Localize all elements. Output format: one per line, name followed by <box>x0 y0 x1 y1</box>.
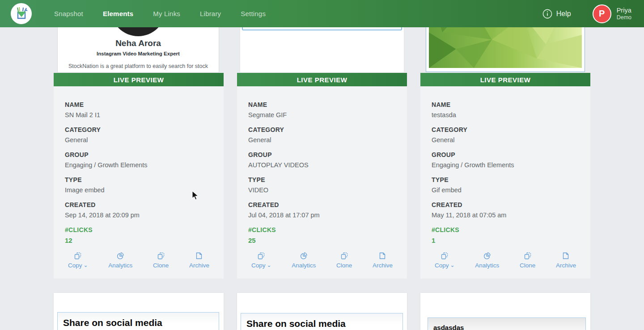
analytics-button[interactable]: Analytics <box>475 252 499 269</box>
share-embed-box: Share on social media <box>241 313 403 330</box>
element-meta: NAMESegmate GIF CATEGORYGeneral GROUPAUT… <box>237 86 407 279</box>
name-value: SN Mail 2 I1 <box>65 111 212 118</box>
live-preview-button[interactable]: LIVE PREVIEW <box>54 73 224 86</box>
clone-label: Clone <box>153 262 169 269</box>
user-menu[interactable]: Priya Demo <box>617 6 631 21</box>
share-embed-box: asdasdas <box>428 317 586 330</box>
category-value: General <box>65 136 212 144</box>
pie-chart-icon <box>117 252 124 259</box>
clicks-label: #CLICKS <box>248 226 396 233</box>
element-card: Share on social media <box>54 293 224 330</box>
created-value: Jul 04, 2018 at 17:07 pm <box>248 212 396 219</box>
copy-icon <box>74 252 81 259</box>
archive-icon <box>562 252 569 259</box>
chevron-down-icon: ⌄ <box>84 262 88 268</box>
element-meta: NAMESN Mail 2 I1 CATEGORYGeneral GROUPEn… <box>54 86 224 279</box>
chevron-down-icon: ⌄ <box>267 262 271 268</box>
name-value: Segmate GIF <box>248 111 396 118</box>
group-label: GROUP <box>432 151 579 158</box>
category-label: CATEGORY <box>65 126 212 133</box>
created-value: Sep 14, 2018 at 20:09 pm <box>65 212 212 219</box>
live-preview-button[interactable]: LIVE PREVIEW <box>237 73 407 86</box>
help-button[interactable]: Help <box>542 9 571 19</box>
toolbox-logo-icon <box>14 6 29 21</box>
card-actions: Copy⌄ Analytics Clone Archive <box>420 252 590 269</box>
archive-button[interactable]: Archive <box>556 252 576 269</box>
clicks-label: #CLICKS <box>432 226 579 233</box>
avatar-initial: P <box>599 8 605 19</box>
clicks-value: 25 <box>248 237 396 244</box>
user-subtitle: Demo <box>617 14 631 21</box>
navbar-right: Help P Priya Demo <box>542 4 631 23</box>
clone-button[interactable]: Clone <box>336 252 352 269</box>
category-label: CATEGORY <box>432 126 579 133</box>
analytics-button[interactable]: Analytics <box>292 252 316 269</box>
clone-button[interactable]: Clone <box>520 252 535 269</box>
archive-label: Archive <box>189 262 209 269</box>
nav-item-elements[interactable]: Elements <box>103 10 133 17</box>
info-icon <box>542 9 552 19</box>
profile-text: StockNation is a great platform to easil… <box>66 62 211 73</box>
type-value: Image embed <box>65 186 212 194</box>
page: Neha Arora Instagram Video Marketing Exp… <box>0 0 644 330</box>
archive-label: Archive <box>373 262 393 269</box>
element-card: LIVE PREVIEW NAMESegmate GIF CATEGORYGen… <box>237 0 407 279</box>
pie-chart-icon <box>300 252 307 259</box>
card-actions: Copy⌄ Analytics Clone Archive <box>237 252 407 269</box>
type-value: Gif embed <box>432 186 579 194</box>
group-value: Engaging / Growth Elements <box>65 161 212 169</box>
nav-item-library[interactable]: Library <box>200 10 221 17</box>
profile-name: Neha Arora <box>58 38 219 48</box>
element-card: asdasdas <box>420 293 590 330</box>
type-label: TYPE <box>65 176 212 183</box>
profile-title: Instagram Video Marketing Expert <box>58 51 219 56</box>
name-label: NAME <box>248 101 396 108</box>
main-nav: Snapshot Elements My Links Library Setti… <box>54 10 266 17</box>
type-label: TYPE <box>432 176 579 183</box>
clone-icon <box>524 252 531 259</box>
archive-button[interactable]: Archive <box>189 252 209 269</box>
copy-label: Copy <box>251 262 266 269</box>
name-value: testasda <box>432 111 579 118</box>
nav-item-snapshot[interactable]: Snapshot <box>54 10 83 17</box>
clone-label: Clone <box>520 262 535 269</box>
copy-button[interactable]: Copy⌄ <box>68 252 88 269</box>
pie-chart-icon <box>483 252 491 259</box>
created-label: CREATED <box>65 201 212 208</box>
category-label: CATEGORY <box>248 126 396 133</box>
copy-button[interactable]: Copy⌄ <box>435 252 455 269</box>
top-navbar: Snapshot Elements My Links Library Setti… <box>0 0 644 27</box>
copy-label: Copy <box>435 262 449 269</box>
share-heading: asdasdas <box>428 318 585 330</box>
chevron-down-icon: ⌄ <box>450 262 455 268</box>
analytics-label: Analytics <box>292 262 316 269</box>
clone-icon <box>157 252 165 259</box>
copy-button[interactable]: Copy⌄ <box>251 252 271 269</box>
share-embed-box: Share on social media <box>57 312 219 330</box>
element-card: Neha Arora Instagram Video Marketing Exp… <box>54 0 224 279</box>
name-label: NAME <box>65 101 212 108</box>
nav-item-settings[interactable]: Settings <box>241 10 266 17</box>
clone-button[interactable]: Clone <box>153 252 169 269</box>
avatar[interactable]: P <box>593 4 611 23</box>
app-logo[interactable] <box>11 3 32 24</box>
created-label: CREATED <box>248 201 396 208</box>
share-heading: Share on social media <box>58 313 219 328</box>
analytics-label: Analytics <box>108 262 132 269</box>
category-value: General <box>432 136 579 144</box>
analytics-button[interactable]: Analytics <box>108 252 132 269</box>
live-preview-button[interactable]: LIVE PREVIEW <box>420 73 590 86</box>
created-label: CREATED <box>432 201 579 208</box>
group-label: GROUP <box>65 151 212 158</box>
archive-label: Archive <box>556 262 576 269</box>
nav-item-my-links[interactable]: My Links <box>153 10 180 17</box>
clicks-value: 12 <box>65 237 212 244</box>
copy-icon <box>258 252 265 259</box>
category-value: General <box>248 136 396 144</box>
clone-icon <box>341 252 348 259</box>
copy-label: Copy <box>68 262 82 269</box>
element-card: Share on social media <box>237 293 407 330</box>
archive-button[interactable]: Archive <box>373 252 393 269</box>
created-value: May 11, 2018 at 07:05 am <box>432 212 579 219</box>
clicks-label: #CLICKS <box>65 226 212 233</box>
